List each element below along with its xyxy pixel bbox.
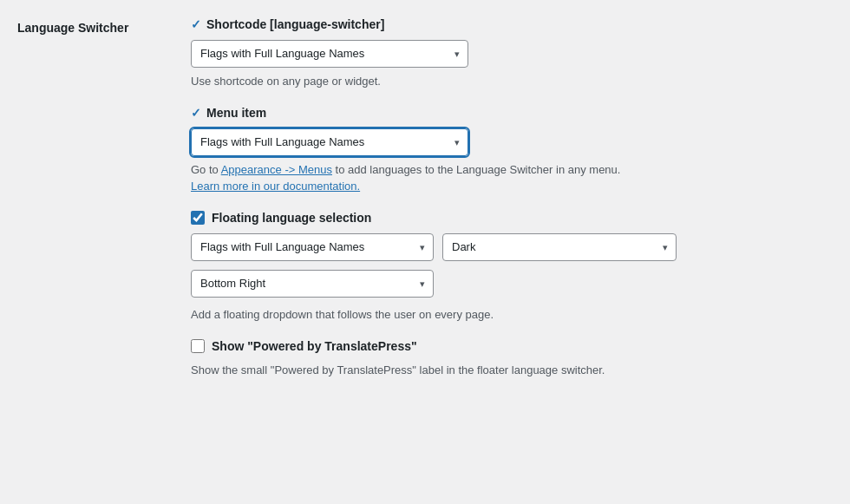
shortcode-section: ✓ Shortcode [language-switcher] Flags wi… — [191, 17, 833, 90]
menu-help-text: Go to Appearance -> Menus to add languag… — [191, 161, 833, 195]
shortcode-help-text: Use shortcode on any page or widget. — [191, 73, 833, 90]
settings-row: Language Switcher ✓ Shortcode [language-… — [17, 17, 833, 394]
floating-style-wrapper: Flags with Full Language Names Flags wit… — [191, 233, 434, 261]
shortcode-check-icon: ✓ — [191, 17, 201, 31]
powered-title: Show "Powered by TranslatePress" — [212, 339, 417, 353]
powered-section: Show "Powered by TranslatePress" Show th… — [191, 339, 833, 379]
floating-theme-select[interactable]: Dark Light Auto — [442, 233, 677, 261]
menu-select-wrapper: Flags with Full Language Names Flags wit… — [191, 128, 468, 156]
menu-header: ✓ Menu item — [191, 106, 833, 120]
floating-theme-wrapper: Dark Light Auto ▾ — [442, 233, 677, 261]
powered-checkbox-label[interactable]: Show "Powered by TranslatePress" — [191, 339, 833, 353]
floating-select-row-2: Bottom Right Bottom Left Top Right Top L… — [191, 270, 833, 298]
language-switcher-label: Language Switcher — [17, 21, 128, 35]
powered-help-text: Show the small "Powered by TranslatePres… — [191, 362, 833, 379]
appearance-menus-link[interactable]: Appearance -> Menus — [221, 163, 332, 176]
menu-check-icon: ✓ — [191, 106, 201, 120]
floating-style-select[interactable]: Flags with Full Language Names Flags wit… — [191, 233, 434, 261]
menu-help-middle: to add languages to the Language Switche… — [332, 163, 620, 176]
documentation-link[interactable]: Learn more in our documentation. — [191, 180, 360, 193]
floating-position-select[interactable]: Bottom Right Bottom Left Top Right Top L… — [191, 270, 434, 298]
menu-style-select[interactable]: Flags with Full Language Names Flags wit… — [191, 128, 468, 156]
floating-checkbox[interactable] — [191, 211, 205, 225]
floating-help-text: Add a floating dropdown that follows the… — [191, 306, 833, 324]
floating-title: Floating language selection — [212, 211, 371, 225]
menu-section: ✓ Menu item Flags with Full Language Nam… — [191, 106, 833, 195]
floating-section: Floating language selection Flags with F… — [191, 211, 833, 324]
shortcode-select-wrapper: Flags with Full Language Names Flags wit… — [191, 40, 468, 68]
shortcode-header: ✓ Shortcode [language-switcher] — [191, 17, 833, 31]
floating-checkbox-label[interactable]: Floating language selection — [191, 211, 833, 225]
powered-checkbox[interactable] — [191, 339, 205, 353]
section-label: Language Switcher — [17, 17, 191, 394]
shortcode-title: Shortcode [language-switcher] — [206, 17, 384, 31]
shortcode-style-select[interactable]: Flags with Full Language Names Flags wit… — [191, 40, 468, 68]
controls-column: ✓ Shortcode [language-switcher] Flags wi… — [191, 17, 833, 394]
floating-select-row-1: Flags with Full Language Names Flags wit… — [191, 233, 833, 261]
floating-position-wrapper: Bottom Right Bottom Left Top Right Top L… — [191, 270, 434, 298]
menu-title: Menu item — [206, 106, 266, 120]
menu-help-before: Go to — [191, 163, 221, 176]
